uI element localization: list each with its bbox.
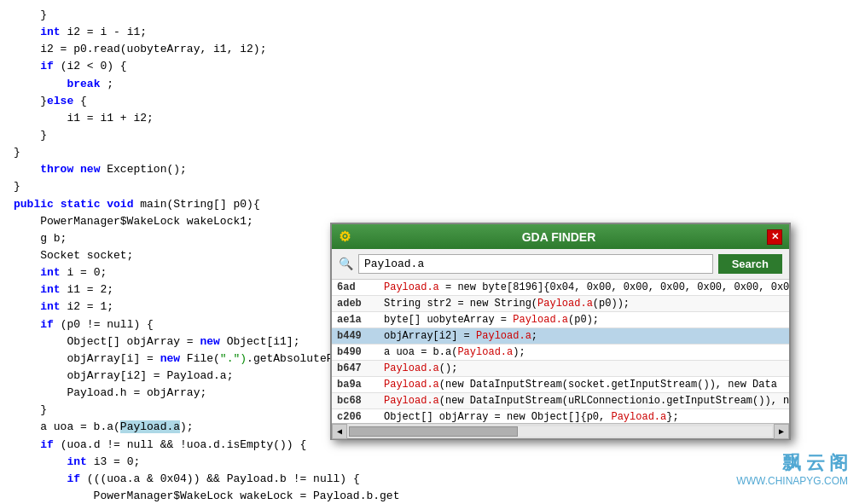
result-addr: b647 — [332, 361, 379, 377]
table-row[interactable]: adebString str2 = new String(Payload.a(p… — [332, 296, 789, 312]
code-line: int i3 = 0; — [14, 454, 851, 471]
result-addr: bc68 — [332, 393, 379, 409]
scrollbar-thumb[interactable] — [349, 426, 518, 437]
table-row[interactable]: ba9aPayload.a(new DataInputStream(socket… — [332, 377, 789, 393]
code-line: int i2 = i - i1; — [14, 24, 851, 41]
scrollbar-track[interactable] — [349, 426, 772, 437]
table-row[interactable]: b647Payload.a(); — [332, 361, 789, 377]
search-icon: 🔍 — [339, 257, 353, 271]
result-code: objArray[i2] = Payload.a; — [379, 328, 789, 345]
code-line: throw new Exception(); — [14, 161, 851, 178]
code-line: } — [14, 178, 851, 195]
code-line: }else { — [14, 93, 851, 110]
dialog-title: GDA FINDER — [351, 230, 767, 244]
code-line: } — [14, 127, 851, 144]
scrollbar[interactable]: ◀ ▶ — [332, 423, 789, 438]
dialog-titlebar: ⚙ GDA FINDER ✕ — [332, 224, 789, 249]
code-line: public static void main(String[] p0){ — [14, 196, 851, 213]
search-bar: 🔍 Search — [332, 249, 789, 280]
table-row[interactable]: c206Object[] objArray = new Object[]{p0,… — [332, 409, 789, 424]
search-button[interactable]: Search — [718, 254, 782, 274]
scroll-right-button[interactable]: ▶ — [774, 424, 789, 439]
result-addr: c206 — [332, 409, 379, 424]
result-code: a uoa = b.a(Payload.a); — [379, 345, 789, 361]
result-code: Payload.a(); — [379, 361, 789, 377]
result-code: String str2 = new String(Payload.a(p0)); — [379, 296, 789, 312]
dialog-close-button[interactable]: ✕ — [767, 229, 782, 245]
table-row[interactable]: b490a uoa = b.a(Payload.a); — [332, 345, 789, 361]
table-row[interactable]: ae1abyte[] uobyteArray = Payload.a(p0); — [332, 312, 789, 328]
result-code: byte[] uobyteArray = Payload.a(p0); — [379, 312, 789, 328]
result-addr: 6ad — [332, 280, 379, 296]
result-code: Payload.a = new byte[8196]{0x04, 0x00, 0… — [379, 280, 789, 296]
results-table: 6adPayload.a = new byte[8196]{0x04, 0x00… — [332, 280, 789, 423]
table-row[interactable]: b449objArray[i2] = Payload.a; — [332, 328, 789, 345]
table-row[interactable]: 6adPayload.a = new byte[8196]{0x04, 0x00… — [332, 280, 789, 296]
code-line: } — [14, 144, 851, 161]
search-input[interactable] — [358, 254, 713, 274]
watermark-line1: 飘 云 阁 — [736, 451, 848, 476]
table-row[interactable]: bc68Payload.a(new DataInputStream(uRLCon… — [332, 393, 789, 409]
result-code: Payload.a(new DataInputStream(uRLConnect… — [379, 393, 789, 409]
scroll-left-button[interactable]: ◀ — [332, 424, 347, 439]
code-line: if (((uoa.a & 0x04)) && Payload.b != nul… — [14, 471, 851, 488]
watermark-line2: WWW.CHINAPYG.COM — [736, 475, 848, 489]
code-line: break ; — [14, 76, 851, 93]
result-addr: adeb — [332, 296, 379, 312]
result-addr: b490 — [332, 345, 379, 361]
code-line: PowerManager$WakeLock wakeLock = Payload… — [14, 488, 851, 504]
dialog-icon: ⚙ — [339, 229, 351, 245]
result-code: Object[] objArray = new Object[]{p0, Pay… — [379, 409, 789, 424]
watermark: 飘 云 阁 WWW.CHINAPYG.COM — [736, 451, 848, 489]
gda-dialog: ⚙ GDA FINDER ✕ 🔍 Search 6adPayload.a = n… — [330, 223, 791, 440]
code-line: } — [14, 7, 851, 24]
result-addr: ba9a — [332, 377, 379, 393]
code-line: i1 = i1 + i2; — [14, 110, 851, 127]
results-container: 6adPayload.a = new byte[8196]{0x04, 0x00… — [332, 280, 789, 423]
code-line: i2 = p0.read(uobyteArray, i1, i2); — [14, 41, 851, 58]
result-addr: ae1a — [332, 312, 379, 328]
code-line: if (i2 < 0) { — [14, 58, 851, 75]
result-code: Payload.a(new DataInputStream(socket.get… — [379, 377, 789, 393]
result-addr: b449 — [332, 328, 379, 345]
